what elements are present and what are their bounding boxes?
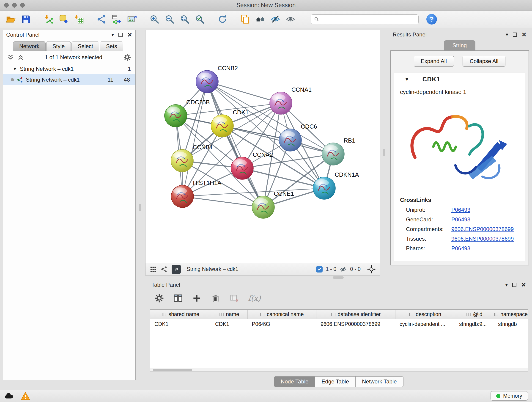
clone-network-table-icon[interactable] bbox=[110, 13, 123, 26]
panel-menu-icon[interactable]: ▾ bbox=[506, 32, 508, 37]
column-type-icon bbox=[409, 312, 413, 317]
collapse-all-groups-icon[interactable] bbox=[17, 54, 24, 61]
delete-column-trash-icon[interactable] bbox=[210, 293, 221, 303]
node-highlight bbox=[213, 117, 227, 124]
network-row[interactable]: String Network – cdk1 11 48 bbox=[3, 74, 135, 85]
help-icon[interactable]: ? bbox=[426, 14, 437, 25]
import-table-icon[interactable] bbox=[72, 13, 85, 26]
panel-close-icon[interactable]: ✕ bbox=[521, 32, 526, 38]
crosshair-icon[interactable] bbox=[367, 265, 376, 274]
minimize-window-icon[interactable] bbox=[12, 3, 17, 7]
horizontal-splitter-handle[interactable] bbox=[333, 276, 344, 279]
crosslink-uniprot[interactable]: P06493 bbox=[451, 207, 470, 213]
search-input[interactable] bbox=[322, 16, 416, 22]
panel-close-icon[interactable]: ✕ bbox=[127, 32, 132, 38]
cell-canonical-name: P06493 bbox=[248, 321, 317, 327]
tab-edge-table[interactable]: Edge Table bbox=[315, 376, 355, 387]
panel-float-icon[interactable] bbox=[512, 283, 516, 287]
crosslink-genecard[interactable]: P06493 bbox=[451, 216, 470, 223]
left-splitter-handle[interactable] bbox=[139, 204, 141, 211]
zoom-in-icon[interactable] bbox=[148, 13, 161, 26]
detach-view-button[interactable] bbox=[172, 265, 181, 274]
apply-layout-icon[interactable] bbox=[216, 13, 229, 26]
network-edge[interactable] bbox=[207, 82, 263, 207]
node-label-HIST1H1A: HIST1H1A bbox=[193, 179, 222, 186]
window-titlebar: Session: New Session bbox=[0, 0, 532, 11]
network-edge[interactable] bbox=[222, 126, 333, 154]
tab-network[interactable]: Network bbox=[13, 41, 46, 51]
column-header[interactable]: description bbox=[395, 310, 455, 319]
column-header[interactable]: shared name bbox=[150, 310, 211, 319]
zoom-selected-icon[interactable] bbox=[193, 13, 206, 26]
import-network-file-icon[interactable] bbox=[42, 13, 55, 26]
save-session-icon[interactable] bbox=[19, 13, 32, 26]
birdseye-view-icon[interactable] bbox=[150, 266, 157, 273]
network-from-selection-icon[interactable] bbox=[95, 13, 108, 26]
tab-network-table[interactable]: Network Table bbox=[355, 376, 404, 387]
table-horizontal-scrollbar[interactable] bbox=[150, 368, 528, 371]
network-collection-row[interactable]: ▼ String Network – cdk1 1 bbox=[3, 64, 135, 74]
hidden-eye-slash-icon[interactable] bbox=[340, 266, 347, 273]
tab-style[interactable]: Style bbox=[46, 41, 71, 51]
expand-all-groups-icon[interactable] bbox=[7, 54, 14, 61]
copy-document-icon[interactable] bbox=[239, 13, 252, 26]
panel-float-icon[interactable] bbox=[119, 33, 123, 37]
panel-float-icon[interactable] bbox=[513, 32, 517, 37]
node-table-grid[interactable]: shared name name canonical name database… bbox=[150, 309, 528, 372]
add-column-plus-icon[interactable] bbox=[192, 293, 202, 303]
table-settings-gear-icon[interactable] bbox=[154, 293, 164, 303]
right-splitter-handle[interactable] bbox=[383, 149, 385, 156]
open-session-icon[interactable] bbox=[4, 13, 17, 26]
crosslink-compartments[interactable]: 9606.ENSP00000378699 bbox=[451, 226, 514, 232]
column-header[interactable]: namespace bbox=[494, 310, 528, 319]
column-header[interactable]: @id bbox=[455, 310, 494, 319]
selected-count-checkbox[interactable] bbox=[316, 266, 323, 273]
tab-select[interactable]: Select bbox=[71, 41, 99, 51]
node-label-CDC6: CDC6 bbox=[301, 123, 317, 130]
control-panel: Control Panel ▾ ✕ Network Style Select S… bbox=[3, 30, 136, 380]
home-icon[interactable] bbox=[254, 13, 267, 26]
expand-all-button[interactable]: Expand All bbox=[414, 56, 454, 67]
external-link-icon bbox=[173, 267, 179, 272]
function-builder-icon[interactable]: f(x) bbox=[248, 294, 261, 303]
table-row[interactable]: CDK1 CDK1 P06493 9606.ENSP00000378699 cy… bbox=[150, 319, 528, 329]
results-panel: Results Panel ▾ ✕ String Expand All Coll… bbox=[389, 30, 530, 273]
panel-close-icon[interactable]: ✕ bbox=[521, 282, 526, 288]
hide-selection-icon[interactable] bbox=[269, 13, 282, 26]
tab-sets[interactable]: Sets bbox=[100, 41, 123, 51]
warning-icon[interactable] bbox=[21, 391, 30, 401]
network-canvas[interactable]: CCNB2CCNA1CDC25BCDK1CDC6RB1CCNB1CCNA2CDK… bbox=[146, 30, 380, 263]
column-header[interactable]: database identifier bbox=[317, 310, 395, 319]
tab-string[interactable]: String bbox=[444, 40, 476, 51]
zoom-out-icon[interactable] bbox=[163, 13, 176, 26]
zoom-window-icon[interactable] bbox=[20, 3, 25, 7]
node-highlight bbox=[198, 73, 212, 80]
network-edge[interactable] bbox=[182, 196, 263, 207]
crosslink-tissues[interactable]: 9606.ENSP00000378699 bbox=[451, 236, 514, 242]
show-columns-icon[interactable] bbox=[173, 293, 183, 303]
column-header[interactable]: canonical name bbox=[248, 310, 317, 319]
cloud-icon[interactable] bbox=[4, 391, 14, 401]
check-icon bbox=[317, 267, 322, 271]
section-collapse-icon[interactable]: ▼ bbox=[405, 77, 409, 82]
collapse-all-button[interactable]: Collapse All bbox=[462, 56, 505, 67]
network-edge[interactable] bbox=[207, 82, 281, 103]
network-view[interactable]: CCNB2CCNA1CDC25BCDK1CDC6RB1CCNB1CCNA2CDK… bbox=[145, 30, 380, 275]
scrollbar-thumb[interactable] bbox=[153, 369, 192, 371]
crosslink-pharos[interactable]: P06493 bbox=[451, 245, 470, 252]
current-network-bullet-icon bbox=[11, 78, 14, 81]
network-share-icon[interactable] bbox=[161, 266, 167, 273]
search-box[interactable] bbox=[311, 14, 418, 24]
import-network-database-icon[interactable] bbox=[57, 13, 70, 26]
column-header[interactable]: name bbox=[211, 310, 248, 319]
show-all-icon[interactable] bbox=[284, 13, 297, 26]
export-image-icon[interactable] bbox=[125, 13, 138, 26]
tab-node-table[interactable]: Node Table bbox=[274, 376, 315, 387]
gear-icon[interactable] bbox=[123, 53, 131, 61]
tree-expand-icon[interactable]: ▼ bbox=[13, 66, 17, 71]
panel-menu-icon[interactable]: ▾ bbox=[111, 32, 114, 37]
zoom-fit-icon[interactable] bbox=[178, 13, 191, 26]
close-window-icon[interactable] bbox=[4, 3, 9, 7]
panel-menu-icon[interactable]: ▾ bbox=[505, 282, 508, 287]
memory-button[interactable]: Memory bbox=[491, 391, 528, 401]
